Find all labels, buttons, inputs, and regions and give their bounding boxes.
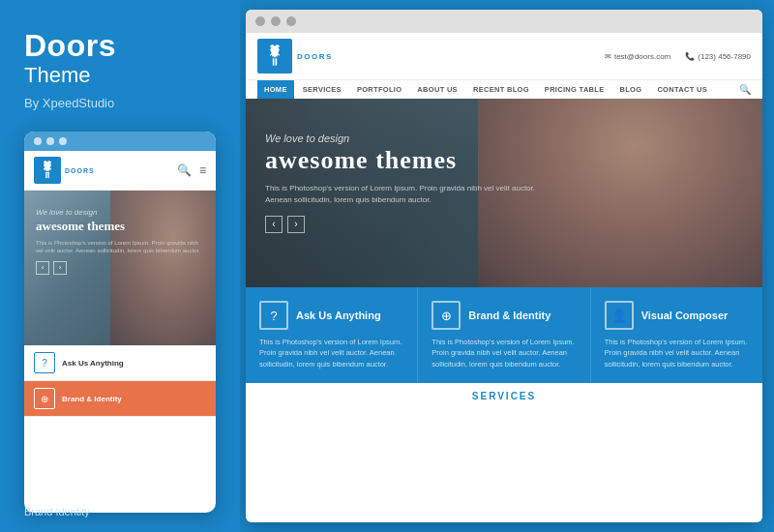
desktop-logo-deer-icon [266, 44, 283, 68]
brand-title-bold: Doors [24, 29, 216, 63]
mobile-search-icon[interactable]: 🔍 [177, 163, 192, 177]
brand-title-light: Theme [24, 63, 216, 88]
desktop-search-icon[interactable]: 🔍 [739, 84, 751, 95]
desktop-card-brand-icon: ⊕ [432, 301, 461, 330]
mobile-logo-box [34, 157, 61, 184]
desktop-prev-arrow[interactable]: ‹ [265, 216, 283, 233]
mobile-card-ask-label: Ask Us Anything [62, 359, 124, 368]
brand-identity-text: Brand Identity [24, 506, 90, 517]
desktop-navigation: HOME SERVICES PORTFOLIO ABOUT US RECENT … [246, 80, 762, 99]
desktop-card-visual[interactable]: 👤 Visual Composer This is Photoshop's ve… [591, 287, 762, 383]
desktop-card-ask[interactable]: ? Ask Us Anything This is Photoshop's ve… [246, 287, 418, 383]
desktop-card-brand-desc: This is Photoshop's version of Lorem Ips… [432, 337, 576, 369]
mobile-logo-text: DOORS [65, 167, 95, 174]
desktop-hero-desc-line1: This is Photoshop's version of Lorem Ips… [265, 184, 535, 192]
desktop-contact-info: ✉ test@doors.com 📞 (123) 456-7890 [605, 52, 751, 61]
desktop-card-ask-desc: This is Photoshop's version of Lorem Ips… [259, 337, 403, 369]
desktop-logo-text: DOORS [297, 52, 333, 61]
desktop-dot-3 [286, 16, 296, 26]
desktop-next-arrow[interactable]: › [287, 216, 305, 233]
nav-item-services[interactable]: SERVICES [296, 80, 348, 99]
mobile-hero-subtitle: We love to design [36, 208, 204, 217]
desktop-card-ask-title: Ask Us Anything [296, 310, 381, 321]
mobile-prev-arrow[interactable]: ‹ [36, 261, 49, 275]
desktop-card-brand[interactable]: ⊕ Brand & Identity This is Photoshop's v… [418, 287, 590, 383]
desktop-phone: 📞 (123) 456-7890 [685, 52, 751, 61]
svg-rect-2 [273, 58, 275, 66]
mobile-card-ask-icon: ? [34, 352, 55, 373]
desktop-card-visual-title: Visual Composer [641, 310, 729, 321]
mobile-dot-3 [59, 137, 67, 145]
desktop-logo-box [257, 39, 292, 74]
desktop-dot-2 [271, 16, 281, 26]
mobile-card-brand-icon: ⊕ [34, 388, 55, 409]
mobile-card-brand-label: Brand & Identity [62, 395, 122, 403]
desktop-logo-area: DOORS [257, 39, 333, 74]
mobile-logo-area: DOORS [34, 157, 95, 184]
mobile-hero-title: awesome THEMES [36, 219, 204, 234]
left-panel: Doors Theme By XpeedStudio DOORS [0, 0, 240, 532]
nav-item-home[interactable]: HOME [257, 80, 294, 99]
mobile-logo-deer-icon [40, 161, 55, 180]
desktop-titlebar [246, 10, 762, 33]
desktop-email-text: test@doors.com [614, 52, 670, 61]
mobile-hero-description: This is Photoshop's version of Lorem Ips… [36, 239, 204, 255]
nav-item-blog[interactable]: RECENT BLOG [466, 80, 536, 99]
mobile-card-ask[interactable]: ? Ask Us Anything [24, 345, 216, 381]
desktop-card-visual-desc: This is Photoshop's version of Lorem Ips… [605, 337, 749, 369]
mobile-cards: ? Ask Us Anything ⊕ Brand & Identity [24, 345, 216, 417]
mobile-dot-2 [46, 137, 54, 145]
desktop-card-visual-icon: 👤 [605, 301, 634, 330]
mobile-titlebar [24, 132, 216, 151]
mobile-next-arrow[interactable]: › [53, 261, 67, 275]
desktop-footer-label: SERVICES [246, 391, 762, 401]
svg-rect-1 [47, 172, 48, 178]
desktop-hero: We love to design awesome THEMES This is… [246, 99, 762, 287]
desktop-phone-text: (123) 456-7890 [698, 52, 751, 61]
nav-item-contact[interactable]: CONTACT US [650, 80, 714, 99]
mobile-dot-1 [34, 137, 42, 145]
desktop-card-brand-header: ⊕ Brand & Identity [432, 301, 576, 330]
desktop-card-ask-icon: ? [259, 301, 288, 330]
nav-item-portfolio[interactable]: PORTFOLIO [350, 80, 408, 99]
brand-by: By XpeedStudio [24, 96, 216, 110]
desktop-site-header: DOORS ✉ test@doors.com 📞 (123) 456-7890 [246, 33, 762, 80]
desktop-card-brand-title: Brand & Identity [468, 310, 551, 321]
nav-item-pricing[interactable]: PRICING TABLE [538, 80, 611, 99]
desktop-card-visual-header: 👤 Visual Composer [605, 301, 749, 330]
email-icon: ✉ [605, 52, 611, 61]
mobile-menu-icon[interactable]: ≡ [199, 163, 206, 177]
mobile-header: DOORS 🔍 ≡ [24, 151, 216, 191]
mobile-hero-arrows: ‹ › [36, 261, 204, 275]
desktop-footer-section: SERVICES [246, 383, 762, 409]
desktop-card-ask-header: ? Ask Us Anything [259, 301, 403, 330]
mobile-card-brand[interactable]: ⊕ Brand & Identity [24, 381, 216, 417]
desktop-hero-arrows: ‹ › [265, 216, 743, 233]
mobile-hero: We love to design awesome THEMES This is… [24, 191, 216, 345]
desktop-dot-1 [255, 16, 265, 26]
desktop-hero-desc-line2: Aenean sollicitudin, lorem quis bibendum… [265, 195, 432, 204]
phone-icon: 📞 [685, 52, 695, 61]
desktop-hero-content: We love to design awesome THEMES This is… [246, 99, 762, 248]
desktop-feature-cards: ? Ask Us Anything This is Photoshop's ve… [246, 287, 762, 383]
desktop-email: ✉ test@doors.com [605, 52, 670, 61]
nav-item-about[interactable]: ABOUT US [410, 80, 464, 99]
brand-title: Doors Theme By XpeedStudio [24, 29, 216, 132]
svg-rect-0 [45, 172, 46, 178]
nav-item-blog2[interactable]: BLOG [613, 80, 649, 99]
mobile-hero-content: We love to design awesome THEMES This is… [24, 191, 216, 283]
desktop-browser: DOORS ✉ test@doors.com 📞 (123) 456-7890 … [246, 10, 762, 522]
svg-rect-3 [276, 58, 278, 66]
mobile-nav-icons: 🔍 ≡ [177, 163, 206, 177]
desktop-hero-subtitle: We love to design [265, 133, 743, 144]
desktop-hero-title: awesome THEMES [265, 147, 743, 175]
mobile-preview: DOORS 🔍 ≡ We love to design awesome THEM… [24, 132, 216, 513]
right-panel: DOORS ✉ test@doors.com 📞 (123) 456-7890 … [240, 0, 774, 532]
desktop-hero-description: This is Photoshop's version of Lorem Ips… [265, 183, 555, 206]
